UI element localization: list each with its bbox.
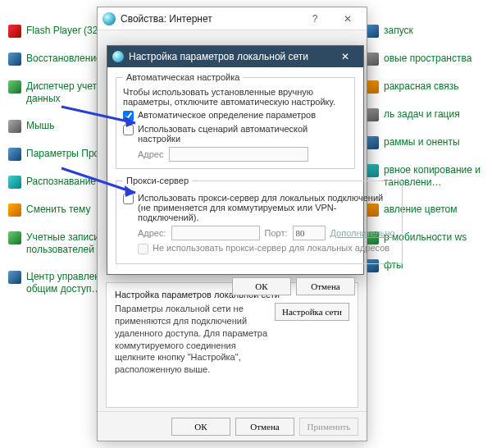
control-panel-icon	[366, 25, 379, 38]
ok-button[interactable]: ОК	[171, 418, 230, 436]
script-address-label: Адрес	[138, 149, 164, 159]
auto-script-label: Использовать сценарий автоматической нас…	[138, 124, 348, 144]
auto-detect-label: Автоматическое определение параметров	[138, 110, 316, 120]
lan-settings-button-row: ОК Отмена	[107, 271, 363, 304]
control-panel-item[interactable]: запуск	[366, 25, 489, 38]
lan-settings-dialog: Настройка параметров локальной сети ✕ Ав…	[107, 45, 364, 275]
auto-config-desc: Чтобы использовать установленные вручную…	[123, 87, 348, 107]
bypass-local-checkbox	[138, 244, 148, 254]
control-panel-icon	[366, 108, 379, 121]
proxy-address-label: Адрес:	[138, 228, 166, 238]
auto-detect-row[interactable]: Автоматическое определение параметров	[123, 110, 348, 121]
proxy-address-input	[171, 226, 260, 240]
internet-options-titlebar[interactable]: Свойства: Интернет ? ✕	[98, 7, 367, 30]
cancel-button[interactable]: Отмена	[296, 277, 355, 295]
control-panel-icon	[8, 231, 21, 245]
control-panel-label: Сменить тему	[26, 203, 90, 216]
control-panel-icon	[8, 148, 21, 161]
proxy-legend: Прокси-сервер	[123, 176, 192, 185]
use-proxy-checkbox[interactable]	[123, 194, 134, 204]
control-panel-label: запуск	[384, 25, 413, 37]
globe-icon	[112, 51, 124, 62]
control-panel-icon	[8, 120, 21, 133]
control-panel-icon	[8, 176, 21, 189]
bypass-local-label: Не использовать прокси-сервер для локаль…	[153, 243, 390, 253]
lan-settings-button[interactable]: Настройка сети	[275, 303, 349, 321]
control-panel-icon	[366, 80, 379, 94]
auto-config-group: Автоматическая настройка Чтобы использов…	[116, 72, 355, 169]
control-panel-label: Мышь	[26, 120, 55, 132]
auto-config-legend: Автоматическая настройка	[123, 72, 243, 82]
control-panel-label: овые пространства	[384, 53, 472, 65]
close-button[interactable]: ✕	[332, 48, 358, 65]
control-panel-icon	[8, 203, 21, 217]
ok-button[interactable]: ОК	[232, 277, 291, 295]
control-panel-icon	[366, 53, 379, 66]
apply-button[interactable]: Применить	[299, 418, 358, 436]
auto-script-checkbox[interactable]	[123, 125, 134, 135]
internet-options-button-row: ОК Отмена Применить	[98, 411, 367, 441]
control-panel-item[interactable]: ракрасная связь	[366, 80, 489, 94]
proxy-port-input	[293, 226, 326, 240]
control-panel-icon	[8, 271, 21, 284]
proxy-group: Прокси-сервер Использовать прокси-сервер…	[116, 176, 403, 264]
cancel-button[interactable]: Отмена	[235, 418, 294, 436]
control-panel-item[interactable]: овые пространства	[366, 53, 489, 66]
control-panel-item[interactable]: раммы и оненты	[366, 136, 489, 149]
control-panel-icon	[8, 53, 21, 66]
control-panel-item[interactable]: ль задач и гация	[366, 108, 489, 121]
script-address-input	[169, 147, 308, 162]
control-panel-label: ракрасная связь	[384, 80, 459, 93]
bypass-local-row: Не использовать прокси-сервер для локаль…	[138, 243, 395, 254]
proxy-advanced-link: Дополнительно	[330, 228, 395, 238]
use-proxy-row[interactable]: Использовать прокси-сервер для локальных…	[123, 193, 395, 222]
help-button[interactable]: ?	[301, 10, 329, 28]
lan-section-text: Параметры локальной сети не применяются …	[115, 303, 268, 376]
internet-options-title: Свойства: Интернет	[121, 13, 212, 25]
control-panel-label: ль задач и гация	[384, 108, 460, 121]
auto-detect-checkbox[interactable]	[123, 111, 134, 121]
control-panel-label: раммы и оненты	[384, 136, 460, 149]
use-proxy-label: Использовать прокси-сервер для локальных…	[138, 193, 395, 222]
control-panel-icon	[8, 25, 21, 38]
lan-settings-titlebar[interactable]: Настройка параметров локальной сети ✕	[107, 46, 363, 67]
globe-icon	[102, 12, 116, 25]
auto-script-row[interactable]: Использовать сценарий автоматической нас…	[123, 124, 348, 144]
close-button[interactable]: ✕	[334, 10, 362, 28]
lan-settings-title: Настройка параметров локальной сети	[129, 51, 308, 62]
control-panel-icon	[366, 136, 379, 149]
control-panel-label: Восстановление	[26, 53, 102, 65]
proxy-port-label: Порт:	[265, 228, 288, 238]
control-panel-icon	[8, 80, 21, 94]
